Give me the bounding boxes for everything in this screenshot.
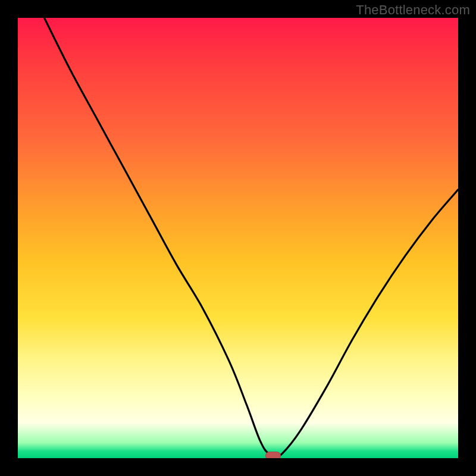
plot-area	[18, 18, 458, 458]
watermark-text: TheBottleneck.com	[356, 2, 470, 18]
chart-frame: TheBottleneck.com	[0, 0, 476, 476]
heatmap-gradient	[18, 18, 458, 458]
optimum-marker	[265, 452, 281, 458]
